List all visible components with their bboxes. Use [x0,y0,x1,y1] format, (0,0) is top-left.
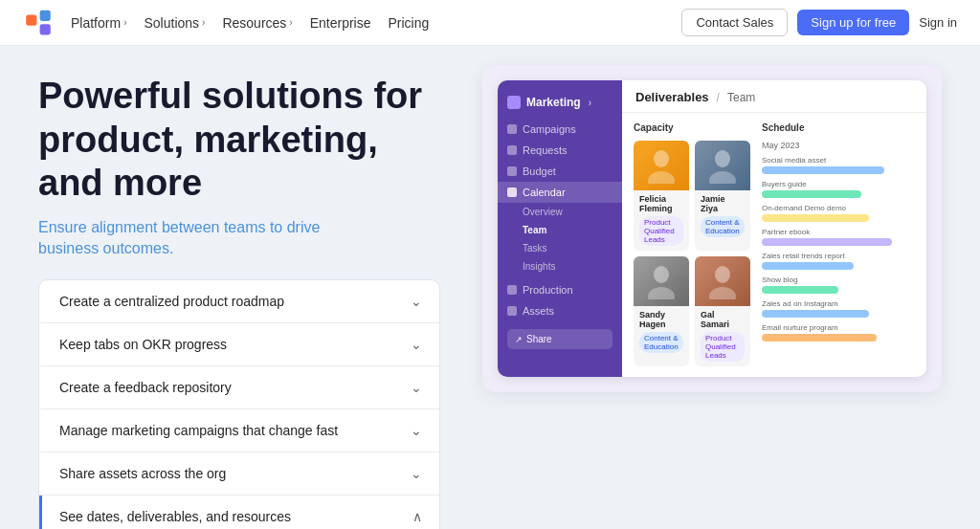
avatar-info-sandy: Sandy Hagen Content & Education [634,306,689,358]
accordion-item-feedback: Create a feedback repository ⌄ [39,366,439,409]
svg-point-8 [654,266,669,283]
chevron-down-icon: › [123,17,126,28]
signup-button[interactable]: Sign up for free [797,10,909,35]
navbar: Platform › Solutions › Resources › Enter… [0,0,980,46]
avatar-gal [695,256,750,306]
nav-solutions[interactable]: Solutions › [144,15,205,31]
hero-subtitle: Ensure alignment between teams to drive … [38,217,364,260]
accordion-header-dates[interactable]: See dates, deliverables, and resources ∧ [42,496,439,529]
nav-resources[interactable]: Resources › [222,15,292,31]
schedule-row-1: Buyers guide [762,180,915,198]
avatar-card-felicia: Felicia Fleming Product Qualified Leads [634,141,689,251]
svg-rect-2 [40,10,51,20]
chevron-down-icon: ⌄ [411,466,422,481]
avatar-card-jamie: Jamie Ziya Content & Education [695,141,750,251]
chevron-down-icon: › [289,17,292,28]
hero-section: Powerful solutions for product, marketin… [0,46,980,529]
avatar-sandy [634,256,689,306]
production-icon [507,285,517,295]
accordion-header-assets[interactable]: Share assets across the org ⌄ [42,452,439,495]
avatar-grid: Felicia Fleming Product Qualified Leads [634,141,750,366]
schedule-bar-4 [762,262,854,270]
preview-sidebar: Marketing › Campaigns Requests Budget [498,80,622,377]
hero-preview: Marketing › Campaigns Requests Budget [482,75,942,529]
schedule-row-2: On-demand Demo demo [762,204,915,222]
list-icon [507,145,517,155]
schedule-row-5: Show blog [762,276,915,294]
svg-point-11 [709,287,736,299]
schedule-bar-6 [762,310,869,318]
avatar-felicia [634,141,689,190]
accordion-header-feedback[interactable]: Create a feedback repository ⌄ [42,366,439,408]
avatar-info-gal: Gal Samari Product Qualified Leads [695,306,750,366]
nav-right: Contact Sales Sign up for free Sign in [681,9,957,36]
hero-left: Powerful solutions for product, marketin… [38,75,444,529]
sidebar-subitem-overview[interactable]: Overview [498,203,622,221]
chevron-down-icon: ⌄ [411,423,422,438]
sidebar-header: Marketing › [498,90,622,119]
nav-pricing[interactable]: Pricing [388,15,429,31]
sidebar-item-assets[interactable]: Assets [498,300,622,321]
nav-platform[interactable]: Platform › [71,15,126,31]
capacity-section: Capacity [634,122,750,367]
contact-sales-button[interactable]: Contact Sales [681,9,788,36]
accordion-item-okr: Keep tabs on OKR progress ⌄ [39,323,439,366]
sidebar-item-production[interactable]: Production [498,279,622,300]
sidebar-header-chevron: › [589,98,591,108]
schedule-bar-0 [762,166,884,174]
schedule-bar-2 [762,214,869,222]
feature-accordion: Create a centralized product roadmap ⌄ K… [38,279,440,529]
grid-icon [507,124,517,134]
avatar-info-jamie: Jamie Ziya Content & Education [695,190,750,242]
schedule-row-4: Zales retail trends report [762,252,915,270]
accordion-item-roadmap: Create a centralized product roadmap ⌄ [39,280,439,323]
preview-body: Capacity [622,113,926,377]
avatar-card-gal: Gal Samari Product Qualified Leads [695,256,750,366]
schedule-bar-5 [762,286,838,294]
accordion-header-campaigns[interactable]: Manage marketing campaigns that change f… [42,409,439,452]
svg-point-5 [648,171,675,184]
accordion-header-roadmap[interactable]: Create a centralized product roadmap ⌄ [42,280,439,322]
sidebar-subitem-insights[interactable]: Insights [498,257,622,276]
preview-topbar: Deliverables / Team [622,80,926,113]
sidebar-logo-dot [507,96,521,109]
svg-rect-3 [40,24,51,34]
preview-main: Deliverables / Team Capacity [622,80,926,377]
sidebar-subitem-team[interactable]: Team [498,221,622,239]
schedule-row-0: Social media asset [762,156,915,174]
signin-button[interactable]: Sign in [919,15,957,30]
chevron-down-icon: ⌄ [411,380,422,395]
preview-inner: Marketing › Campaigns Requests Budget [498,80,926,377]
chevron-down-icon: › [202,17,205,28]
schedule-header: May 2023 [762,141,915,150]
accordion-header-okr[interactable]: Keep tabs on OKR progress ⌄ [42,323,439,365]
logo[interactable] [23,6,71,40]
accordion-item-dates: See dates, deliverables, and resources ∧… [39,496,439,529]
svg-point-10 [715,266,730,283]
sidebar-subitem-tasks[interactable]: Tasks [498,239,622,257]
hero-title: Powerful solutions for product, marketin… [38,75,444,206]
calendar-icon [507,187,517,197]
svg-point-4 [654,150,669,167]
avatar-info-felicia: Felicia Fleming Product Qualified Leads [634,190,689,251]
share-button[interactable]: ↗ Share [507,329,612,349]
chevron-down-icon: ⌄ [411,337,422,352]
schedule-section: Schedule May 2023 Social media asset Buy… [762,122,915,367]
sidebar-item-budget[interactable]: Budget [498,161,622,182]
schedule-bar-3 [762,238,892,246]
chevron-down-icon: ⌄ [411,294,422,309]
svg-point-9 [648,287,675,299]
schedule-bar-1 [762,190,861,198]
sidebar-item-campaigns[interactable]: Campaigns [498,119,622,140]
sidebar-item-calendar[interactable]: Calendar [498,182,622,203]
nav-enterprise[interactable]: Enterprise [310,15,371,31]
svg-point-6 [715,150,730,167]
schedule-bar-7 [762,334,877,342]
schedule-row-3: Partner ebook [762,228,915,246]
svg-rect-1 [26,14,36,25]
svg-point-7 [709,171,736,184]
sidebar-item-requests[interactable]: Requests [498,140,622,161]
share-icon: ↗ [515,335,523,344]
accordion-item-assets: Share assets across the org ⌄ [39,452,439,496]
assets-icon [507,306,517,316]
